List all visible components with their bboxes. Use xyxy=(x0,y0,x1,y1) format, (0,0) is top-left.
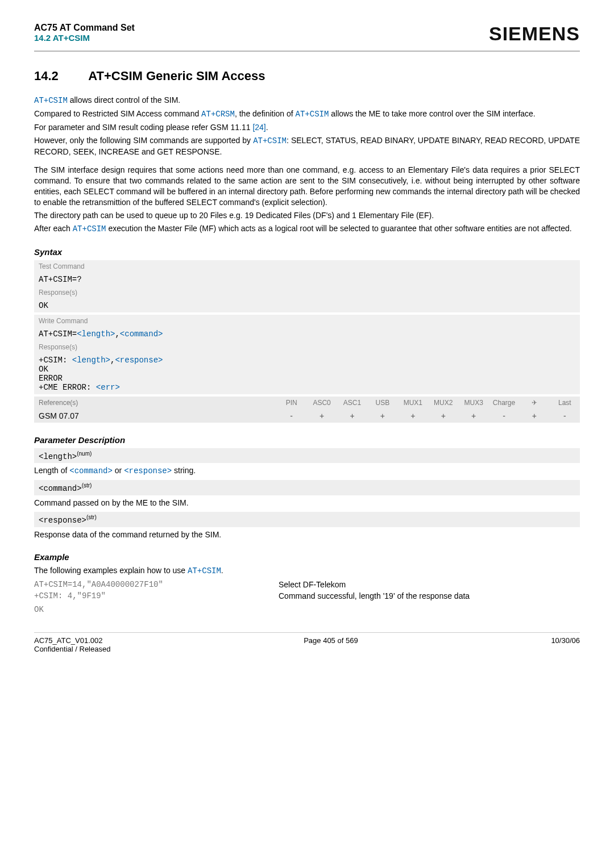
intro-p7-a: After each xyxy=(34,224,73,233)
example-heading: Example xyxy=(34,552,580,562)
atcsim-ref2[interactable]: AT+CSIM xyxy=(296,110,329,119)
param-command-name: <command> xyxy=(39,484,82,493)
footer-left2: Confidential / Released xyxy=(34,645,110,653)
intro-p4: However, only the following SIM commands… xyxy=(34,135,580,157)
write-response: +CSIM: <length>,<response> OK ERROR +CME… xyxy=(34,353,580,394)
val-charge: - xyxy=(489,409,519,423)
example-right-0: Select DF-Telekom xyxy=(279,579,580,590)
airplane-icon: ✈ xyxy=(519,397,549,409)
example-row-1: +CSIM: 4,"9F19" Command successful, leng… xyxy=(34,590,580,602)
atcsim-ref5[interactable]: AT+CSIM xyxy=(188,566,221,575)
page-footer: AC75_ATC_V01.002 Confidential / Released… xyxy=(34,632,580,653)
section-title-text: AT+CSIM Generic SIM Access xyxy=(88,69,265,83)
header-divider xyxy=(34,51,580,52)
col-mux1: MUX1 xyxy=(398,397,428,409)
col-last: Last xyxy=(550,397,580,409)
footer-left1: AC75_ATC_V01.002 xyxy=(34,636,102,645)
param-length-desc-c: or xyxy=(113,466,124,475)
reference-name: GSM 07.07 xyxy=(34,409,276,423)
response-param-ref[interactable]: <response> xyxy=(115,356,163,365)
reference-label: Reference(s) xyxy=(34,397,276,409)
col-mux3: MUX3 xyxy=(458,397,488,409)
atcsim-ref[interactable]: AT+CSIM xyxy=(34,96,68,105)
val-last: - xyxy=(550,409,580,423)
intro-p3: For parameter and SIM result coding plea… xyxy=(34,122,580,133)
length-param-ref2[interactable]: <length> xyxy=(72,356,110,365)
test-command-label: Test Command xyxy=(34,260,580,273)
section-number: 14.2 xyxy=(34,69,85,84)
command-param-ref[interactable]: <command> xyxy=(120,329,163,339)
param-length-desc-a: Length of xyxy=(34,466,69,475)
val-pin: - xyxy=(276,409,306,423)
intro-p1-text: allows direct control of the SIM. xyxy=(68,95,180,105)
intro-p4-a: However, only the following SIM commands… xyxy=(34,136,253,145)
cme-error-a: +CME ERROR: xyxy=(39,383,96,392)
response-ok-1: OK xyxy=(34,299,580,312)
write-cmd-c: , xyxy=(115,329,119,339)
intro-p7-c: execution the Master File (MF) which act… xyxy=(106,224,572,233)
test-command: AT+CSIM=? xyxy=(34,273,580,286)
response-label-1: Response(s) xyxy=(34,286,580,299)
intro-p3-a: For parameter and SIM result coding plea… xyxy=(34,123,252,132)
param-response-desc: Response data of the command returned by… xyxy=(34,529,580,540)
example-row-3: OK xyxy=(34,604,580,615)
response-error: ERROR xyxy=(39,374,63,383)
brand-logo: SIEMENS xyxy=(489,23,580,45)
section-heading: 14.2 AT+CSIM Generic SIM Access xyxy=(34,69,580,84)
val-airplane: + xyxy=(519,409,549,423)
atcrsm-ref[interactable]: AT+CRSM xyxy=(201,110,235,119)
intro-p2-a: Compared to Restricted SIM Access comman… xyxy=(34,109,201,118)
intro-p2: Compared to Restricted SIM Access comman… xyxy=(34,108,580,120)
intro-p5: The SIM interface design requires that s… xyxy=(34,165,580,208)
write-command: AT+CSIM=<length>,<command> xyxy=(34,327,580,341)
example-row-0: AT+CSIM=14,"A0A40000027F10" Select DF-Te… xyxy=(34,579,580,590)
val-asc1: + xyxy=(337,409,367,423)
intro-p2-c: , the definition of xyxy=(235,109,296,118)
param-length-sup: (num) xyxy=(77,450,92,457)
reference-header-row: Reference(s) PIN ASC0 ASC1 USB MUX1 MUX2… xyxy=(34,397,580,409)
err-param-ref[interactable]: <err> xyxy=(96,383,120,392)
write-command-label: Write Command xyxy=(34,315,580,327)
length-param-ref[interactable]: <length> xyxy=(77,329,115,339)
example-left-1: +CSIM: 4,"9F19" xyxy=(34,590,279,602)
doc-title: AC75 AT Command Set xyxy=(34,23,135,33)
example-right-1: Command successful, length '19' of the r… xyxy=(279,590,580,602)
example-right-3 xyxy=(279,604,580,615)
val-mux1: + xyxy=(398,409,428,423)
intro-p7: After each AT+CSIM execution the Master … xyxy=(34,223,580,235)
intro-p3-c: . xyxy=(266,123,268,132)
param-response-sup: (str) xyxy=(86,514,97,520)
doc-subtitle: 14.2 AT+CSIM xyxy=(34,33,135,43)
atcsim-ref4[interactable]: AT+CSIM xyxy=(73,224,106,233)
response-ok-2: OK xyxy=(39,365,48,374)
param-command-desc: Command passed on by the ME to the SIM. xyxy=(34,498,580,508)
syntax-heading: Syntax xyxy=(34,247,580,257)
write-cmd-a: AT+CSIM= xyxy=(39,329,77,339)
example-left-0: AT+CSIM=14,"A0A40000027F10" xyxy=(34,579,279,590)
col-asc0: ASC0 xyxy=(306,397,337,409)
col-charge: Charge xyxy=(489,397,519,409)
response-ref-inline[interactable]: <response> xyxy=(124,466,172,475)
intro-p2-e: allows the ME to take more control over … xyxy=(329,109,535,118)
reference-value-row: GSM 07.07 - + + + + + + - + - xyxy=(34,409,580,423)
col-asc1: ASC1 xyxy=(337,397,367,409)
example-intro: The following examples explain how to us… xyxy=(34,565,580,577)
param-desc-heading: Parameter Description xyxy=(34,435,580,445)
val-mux2: + xyxy=(428,409,458,423)
param-length-desc: Length of <command> or <response> string… xyxy=(34,465,580,477)
write-resp-a: +CSIM: xyxy=(39,356,72,365)
val-asc0: + xyxy=(306,409,337,423)
response-label-2: Response(s) xyxy=(34,341,580,353)
intro-p6: The directory path can be used to queue … xyxy=(34,210,580,221)
example-left-3: OK xyxy=(34,604,279,615)
param-command: <command>(str) xyxy=(34,480,580,495)
atcsim-ref3[interactable]: AT+CSIM xyxy=(253,136,287,145)
ref-24-link[interactable]: [24] xyxy=(252,123,265,132)
command-ref-inline[interactable]: <command> xyxy=(69,466,113,475)
param-length: <length>(num) xyxy=(34,448,580,464)
param-length-name: <length> xyxy=(39,452,77,461)
val-mux3: + xyxy=(458,409,488,423)
col-mux2: MUX2 xyxy=(428,397,458,409)
param-length-desc-e: string. xyxy=(172,466,196,475)
intro-p1: AT+CSIM allows direct control of the SIM… xyxy=(34,95,580,106)
